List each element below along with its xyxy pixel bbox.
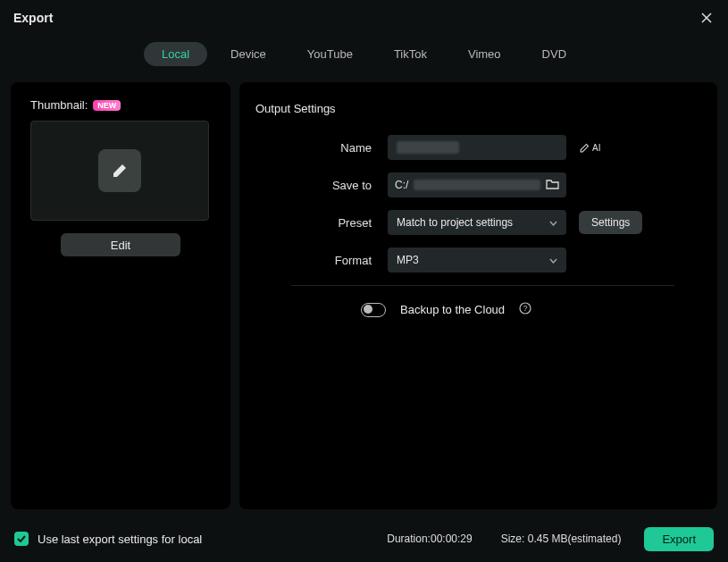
tab-youtube[interactable]: YouTube bbox=[289, 42, 371, 66]
help-icon[interactable]: ? bbox=[519, 302, 531, 317]
use-last-checkbox[interactable] bbox=[14, 532, 29, 546]
backup-label: Backup to the Cloud bbox=[400, 303, 505, 316]
new-badge: NEW bbox=[93, 100, 121, 111]
divider bbox=[291, 285, 674, 286]
name-input[interactable] bbox=[388, 135, 566, 160]
tab-device[interactable]: Device bbox=[213, 42, 284, 66]
saveto-input[interactable]: C:/ bbox=[388, 172, 566, 197]
format-value: MP3 bbox=[397, 254, 419, 266]
format-label: Format bbox=[255, 254, 388, 267]
size-info: Size: 0.45 MB(estimated) bbox=[501, 533, 622, 545]
format-select[interactable]: MP3 bbox=[388, 247, 566, 273]
tab-tiktok[interactable]: TikTok bbox=[376, 42, 445, 66]
preset-select[interactable]: Match to project settings bbox=[388, 210, 566, 235]
export-button[interactable]: Export bbox=[644, 527, 714, 551]
tab-local[interactable]: Local bbox=[144, 42, 207, 66]
thumbnail-preview[interactable] bbox=[30, 121, 209, 221]
saveto-label: Save to bbox=[255, 179, 388, 192]
chevron-down-icon bbox=[549, 216, 557, 229]
edit-thumbnail-button[interactable]: Edit bbox=[61, 233, 180, 256]
chevron-down-icon bbox=[549, 254, 557, 266]
svg-text:?: ? bbox=[523, 304, 528, 313]
use-last-label: Use last export settings for local bbox=[38, 533, 202, 546]
name-label: Name bbox=[255, 141, 388, 155]
folder-icon[interactable] bbox=[546, 179, 559, 192]
tab-vimeo[interactable]: Vimeo bbox=[450, 42, 519, 66]
ai-label: AI bbox=[592, 143, 600, 153]
thumbnail-label: Thumbnail: bbox=[30, 98, 88, 112]
preset-value: Match to project settings bbox=[397, 216, 513, 229]
ai-name-button[interactable]: AI bbox=[579, 141, 600, 154]
preset-label: Preset bbox=[255, 216, 388, 230]
tab-dvd[interactable]: DVD bbox=[524, 42, 584, 66]
saveto-value: C:/ bbox=[395, 179, 408, 191]
output-settings-title: Output Settings bbox=[255, 102, 674, 115]
duration-info: Duration:00:00:29 bbox=[387, 533, 472, 545]
export-tabs: Local Device YouTube TikTok Vimeo DVD bbox=[0, 36, 728, 71]
close-icon[interactable] bbox=[699, 10, 715, 26]
backup-toggle[interactable] bbox=[361, 303, 386, 317]
window-title: Export bbox=[13, 11, 53, 25]
preset-settings-button[interactable]: Settings bbox=[579, 211, 642, 234]
edit-pencil-icon bbox=[98, 149, 141, 192]
